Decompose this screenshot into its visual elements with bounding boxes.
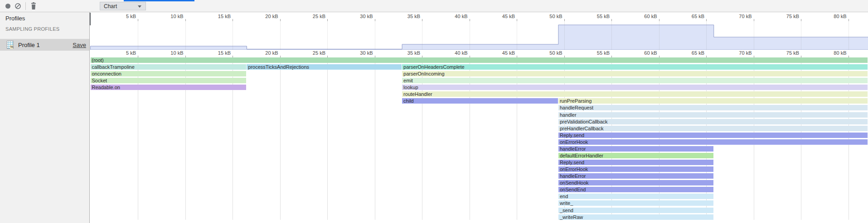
- flame-frame[interactable]: Reply.send: [558, 160, 713, 165]
- flame-frame-label: handler: [560, 112, 577, 118]
- ruler-tick-label: 40 kB: [441, 14, 468, 19]
- overview-resize-handle[interactable]: [90, 13, 91, 25]
- flame-frame-label: defaultErrorHandler: [560, 153, 603, 158]
- ruler-tick-label: 70 kB: [725, 14, 752, 19]
- flame-frame-label: lookup: [403, 85, 418, 90]
- flame-frame[interactable]: preHandlerCallback: [558, 126, 868, 131]
- flame-frame[interactable]: routeHandler: [402, 91, 868, 97]
- flame-frame[interactable]: onErrorHook: [558, 139, 868, 145]
- memory-tab-indicator: [124, 0, 194, 1]
- overview-gridline: [375, 22, 375, 50]
- flame-frame[interactable]: end: [558, 194, 713, 199]
- flame-frame[interactable]: runPreParsing: [558, 98, 868, 104]
- flame-frame-label: handleError: [560, 146, 586, 152]
- flame-frame[interactable]: Reply.send: [558, 133, 868, 138]
- flame-frame[interactable]: lookup: [402, 85, 868, 90]
- flame-gridline: [327, 57, 328, 220]
- flame-frame[interactable]: _writeRaw: [558, 214, 713, 220]
- ruler-tick-label: 5 kB: [109, 50, 136, 56]
- flame-frame[interactable]: processTicksAndRejections: [247, 64, 402, 70]
- ruler-tick-label: 10 kB: [156, 14, 184, 19]
- ruler-tick-label: 70 kB: [725, 50, 752, 56]
- flame-frame-label: onSendHook: [560, 180, 589, 185]
- flame-frame[interactable]: Socket: [91, 78, 247, 83]
- overview-gridline: [754, 22, 754, 50]
- flame-frame[interactable]: handler: [558, 112, 868, 118]
- flame-frame-label: parserOnIncoming: [403, 71, 445, 76]
- ruler-tick-label: 25 kB: [298, 50, 325, 56]
- profile-name: Profile 1: [18, 42, 40, 48]
- record-icon[interactable]: [5, 4, 10, 9]
- flame-frame[interactable]: defaultErrorHandler: [558, 153, 713, 158]
- overview-gridline: [517, 22, 517, 50]
- flame-frame[interactable]: write_: [558, 200, 713, 206]
- flame-frame[interactable]: parserOnIncoming: [402, 71, 868, 76]
- devtools-memory-panel: Chart Profiles SAMPLING PROFILES % Profi…: [0, 0, 868, 223]
- sidebar: Profiles SAMPLING PROFILES % Profile 1 S…: [0, 12, 90, 223]
- flame-frame-label: handleError: [560, 173, 586, 179]
- overview-gridline: [849, 22, 849, 50]
- ruler-tick-label: 50 kB: [535, 14, 563, 19]
- flame-frame-label: runPreParsing: [560, 98, 592, 104]
- flame-gridline: [375, 57, 375, 220]
- flame-frame[interactable]: (root): [91, 57, 868, 63]
- flame-frame-label: onErrorHook: [560, 166, 588, 172]
- ruler-tick-label: 10 kB: [156, 50, 184, 56]
- ruler-tick-label: 30 kB: [346, 14, 373, 19]
- ruler-tick-label: 20 kB: [251, 50, 278, 56]
- flame-chart-panel: 5 kB10 kB15 kB20 kB25 kB30 kB35 kB40 kB4…: [90, 12, 868, 223]
- ruler-tick-label: 75 kB: [772, 50, 799, 56]
- ruler-tick-label: 35 kB: [393, 14, 420, 19]
- flame-gridline: [280, 57, 281, 220]
- flame-frame[interactable]: handleRequest: [558, 105, 868, 110]
- flame-frame-label: Socket: [92, 78, 107, 83]
- flame-frame-label: Reply.send: [560, 160, 584, 165]
- overview-area-path: [91, 25, 868, 50]
- flame-frame[interactable]: child: [402, 98, 558, 104]
- flame-frame[interactable]: onSendHook: [558, 180, 713, 185]
- flame-frame[interactable]: handleError: [558, 173, 713, 179]
- memory-overview-chart[interactable]: [90, 21, 868, 50]
- flame-frame[interactable]: _send: [558, 208, 713, 213]
- ruler-tick-label: 20 kB: [251, 14, 278, 19]
- flame-frame-label: (root): [92, 57, 104, 63]
- flame-frame[interactable]: onSendEnd: [558, 187, 713, 192]
- flame-frame[interactable]: Readable.on: [91, 85, 247, 90]
- ruler-tick-label: 40 kB: [441, 50, 468, 56]
- overview-gridline: [327, 22, 328, 50]
- flame-frame-label: Readable.on: [92, 85, 120, 90]
- ruler-tick-label: 80 kB: [820, 14, 847, 19]
- ruler-tick-label: 15 kB: [204, 50, 231, 56]
- ruler-tick-label: 55 kB: [582, 50, 610, 56]
- flame-frame-label: write_: [560, 200, 573, 206]
- overview-gridline: [470, 22, 470, 50]
- flame-frame[interactable]: emit: [402, 78, 868, 83]
- flame-frame[interactable]: preValidationCallback: [558, 119, 868, 124]
- toolbar-separator: [25, 2, 26, 10]
- sidebar-item-profile-1[interactable]: % Profile 1 Save: [0, 39, 89, 51]
- toolbar: Chart: [0, 0, 868, 12]
- flame-frame-label: end: [560, 194, 568, 199]
- flame-frame[interactable]: onconnection: [91, 71, 247, 76]
- clear-all-icon[interactable]: [15, 3, 21, 11]
- flame-frame-label: emit: [403, 78, 413, 83]
- flame-frame[interactable]: handleError: [558, 146, 713, 152]
- flame-frame[interactable]: onErrorHook: [558, 166, 713, 172]
- overview-gridline: [611, 22, 612, 50]
- ruler-tick-label: 80 kB: [820, 50, 847, 56]
- ruler-tick-label: 60 kB: [630, 14, 657, 19]
- flame-frame[interactable]: parserOnHeadersComplete: [402, 64, 868, 70]
- flame-frame-label: onErrorHook: [560, 139, 588, 145]
- overview-gridline: [138, 22, 138, 50]
- flame-frame[interactable]: callbackTrampoline: [91, 64, 247, 70]
- flame-frame-label: onconnection: [92, 71, 121, 76]
- flame-frame-label: processTicksAndRejections: [248, 64, 309, 70]
- overview-gridline: [801, 22, 801, 50]
- flame-frame-label: onSendEnd: [560, 187, 586, 192]
- flame-frame-label: _writeRaw: [560, 214, 583, 220]
- delete-profile-icon[interactable]: [30, 2, 37, 12]
- ruler-tick-label: 50 kB: [535, 50, 563, 56]
- save-profile-link[interactable]: Save: [73, 42, 86, 48]
- profile-icon: %: [7, 41, 14, 49]
- view-mode-select[interactable]: Chart: [100, 2, 146, 10]
